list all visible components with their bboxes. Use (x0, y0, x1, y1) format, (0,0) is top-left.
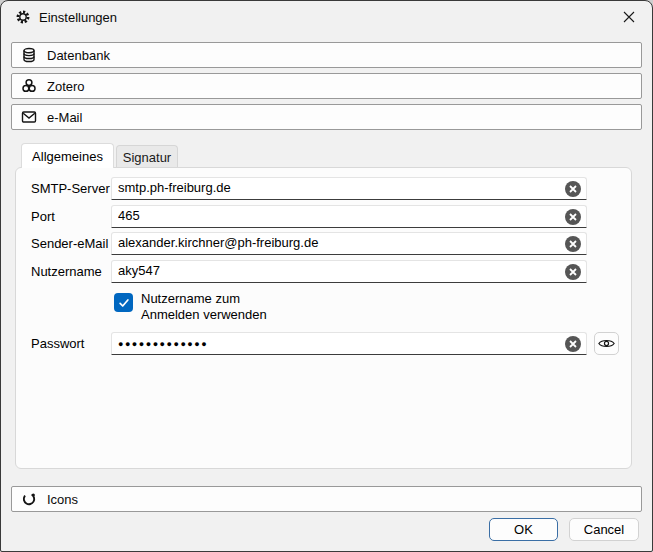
nutzername-input[interactable] (112, 261, 586, 282)
titlebar: Einstellungen (1, 1, 652, 33)
show-password-button[interactable] (594, 332, 619, 355)
tab-label: Signatur (123, 150, 171, 165)
section-label: Zotero (47, 79, 85, 94)
use-username-label-line2: Anmelden verwenden (141, 307, 267, 323)
port-input[interactable] (112, 206, 586, 227)
use-username-checkbox[interactable] (114, 293, 133, 312)
section-header-datenbank[interactable]: Datenbank (11, 42, 642, 68)
section-label: e-Mail (47, 110, 82, 125)
cancel-button[interactable]: Cancel (569, 518, 639, 541)
settings-dialog: Einstellungen Datenbank Zote (0, 0, 653, 552)
database-icon (21, 47, 37, 63)
mail-icon (21, 109, 37, 125)
section-header-zotero[interactable]: Zotero (11, 73, 642, 99)
passwort-field-wrap (111, 332, 587, 355)
clear-icon[interactable] (565, 181, 581, 197)
section-header-email[interactable]: e-Mail (11, 104, 642, 130)
sender-email-input[interactable] (112, 233, 586, 254)
cancel-button-label: Cancel (584, 522, 624, 537)
smtp-server-input[interactable] (112, 178, 586, 199)
sender-email-label: Sender-eMail (31, 236, 108, 251)
clear-icon[interactable] (565, 236, 581, 252)
close-button[interactable] (606, 1, 652, 33)
window-title: Einstellungen (39, 10, 117, 25)
nutzername-label: Nutzername (31, 264, 102, 279)
passwort-label: Passwort (31, 336, 84, 351)
smtp-server-label: SMTP-Server (31, 181, 110, 196)
tab-allgemeines[interactable]: Allgemeines (21, 143, 114, 168)
clear-icon[interactable] (565, 209, 581, 225)
eye-icon (598, 338, 615, 349)
check-icon (118, 297, 130, 309)
nutzername-field-wrap (111, 260, 587, 283)
section-label: Icons (47, 492, 78, 507)
port-field-wrap (111, 205, 587, 228)
smtp-server-field-wrap (111, 177, 587, 200)
use-username-label-line1: Nutzername zum (141, 291, 267, 307)
tab-signatur[interactable]: Signatur (116, 145, 178, 168)
sender-email-field-wrap (111, 232, 587, 255)
passwort-input[interactable] (112, 333, 586, 354)
gear-icon (15, 9, 31, 25)
clear-icon[interactable] (565, 264, 581, 280)
section-label: Datenbank (47, 48, 110, 63)
close-icon (623, 11, 635, 23)
ok-button[interactable]: OK (489, 518, 558, 541)
tab-label: Allgemeines (32, 149, 103, 164)
use-username-label: Nutzername zum Anmelden verwenden (141, 291, 267, 323)
section-header-icons[interactable]: Icons (11, 486, 642, 512)
zotero-icon (21, 78, 37, 94)
port-label: Port (31, 209, 55, 224)
refresh-icon (21, 491, 37, 507)
ok-button-label: OK (514, 522, 533, 537)
clear-icon[interactable] (565, 336, 581, 352)
